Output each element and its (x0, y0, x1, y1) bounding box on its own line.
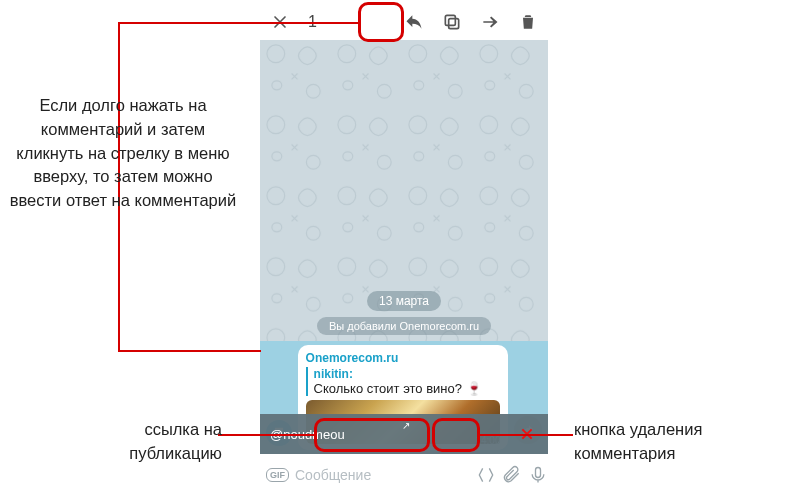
annotation-delete-button: кнопка удаления комментария (574, 418, 764, 466)
connector-b (218, 434, 315, 436)
input-bar: GIF (260, 454, 548, 496)
svg-rect-0 (449, 19, 459, 29)
reply-preview: nikitin: Сколько стоит это вино? 🍷 (306, 367, 501, 396)
message-input[interactable] (295, 467, 470, 483)
annotation-publication-link: ссылка на публикацию (96, 418, 222, 466)
chat-area: 13 марта Вы добавили Onemorecom.ru Onemo… (260, 40, 548, 454)
annotation-reply-instruction: Если долго нажать на комментарий и затем… (6, 94, 240, 213)
reply-author: nikitin: (314, 367, 501, 381)
connector-a3 (118, 350, 261, 352)
connector-c (480, 434, 573, 436)
attach-icon[interactable] (502, 462, 522, 488)
callout-reply-arrow (358, 2, 404, 42)
copy-icon[interactable] (440, 10, 464, 34)
trash-icon[interactable] (516, 10, 540, 34)
connector-a1 (118, 22, 359, 24)
callout-delete-button (432, 418, 480, 452)
channel-name: Onemorecom.ru (306, 351, 501, 365)
system-message: Вы добавили Onemorecom.ru (317, 317, 491, 335)
date-pill: 13 марта (367, 291, 441, 311)
commands-icon[interactable] (476, 462, 496, 488)
callout-publication-link (314, 418, 430, 452)
reply-icon[interactable] (402, 10, 426, 34)
mic-icon[interactable] (528, 462, 548, 488)
gif-icon[interactable]: GIF (266, 462, 289, 488)
svg-rect-5 (536, 468, 541, 478)
forward-icon[interactable] (478, 10, 502, 34)
message-text: Сколько стоит это вино? 🍷 (314, 381, 501, 396)
svg-rect-1 (445, 15, 455, 25)
